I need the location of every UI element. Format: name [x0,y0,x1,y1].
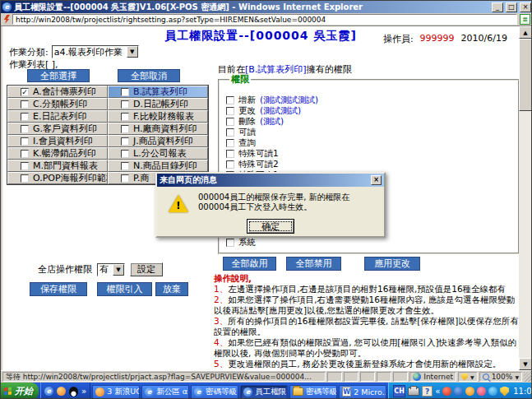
work-item[interactable]: M.部門資料報表 [7,160,108,172]
chevron-down-icon[interactable]: ▼ [470,374,474,380]
language-indicator[interactable]: CH [393,385,405,397]
scrollbar-thumb[interactable] [519,39,532,111]
close-icon[interactable]: × [520,2,531,12]
minimize-icon[interactable]: _ [492,2,503,12]
checkbox[interactable] [226,150,234,158]
save-permission-button[interactable]: 保存權限 [30,282,87,296]
checkbox[interactable] [121,88,129,96]
checkbox[interactable] [21,162,29,170]
permission-item-system[interactable]: 系統 [226,238,256,247]
checkbox[interactable] [226,239,234,247]
checkbox[interactable] [226,128,234,137]
checkbox[interactable] [121,113,129,121]
taskbar-window-sinauc[interactable]: 3 新浪UC ▼ [92,385,140,399]
protected-mode-panel[interactable]: ▼ [458,372,478,382]
work-item[interactable]: K.暢滯銷品列印 [7,147,108,160]
permission-item[interactable]: 查詢 [226,138,518,147]
ie-icon[interactable]: e [44,387,53,396]
ok-button[interactable]: 确定 [247,219,294,234]
zoom-panel[interactable]: 100% ▼ [479,372,522,382]
checkbox[interactable] [121,162,129,170]
close-icon[interactable]: × [371,175,382,185]
cancel-all-button[interactable]: 全部取消 [118,69,180,82]
printer-icon[interactable] [408,387,419,396]
permission-item[interactable]: 特殊可讀2 [226,160,518,169]
work-item[interactable]: F.比較財務報表 [108,110,208,123]
globe-icon[interactable] [454,387,463,396]
work-item[interactable]: H.廠商資料列印 [108,123,208,135]
checkbox[interactable] [121,174,129,183]
chevron-down-icon[interactable]: ▼ [127,46,138,58]
collapse-chevron-icon[interactable]: « [435,387,440,396]
work-item[interactable]: G.客戶資料列印 [7,123,108,135]
qq-icon[interactable] [69,387,78,397]
warning-icon [169,195,188,212]
disable-all-button[interactable]: 全部禁用 [286,257,341,271]
work-item[interactable]: B.試算表列印 [108,86,208,98]
page-icon[interactable]: ≣ [520,14,530,25]
im-icon[interactable] [488,387,497,396]
messenger-icon[interactable] [57,387,66,396]
qq-icon[interactable] [442,387,451,396]
permission-item[interactable]: 特殊可讀1 [226,149,518,158]
scrollbar[interactable]: ▲ ▼ [519,26,532,370]
star-icon[interactable] [465,387,474,396]
chevron-down-icon[interactable]: ▼ [515,374,519,380]
checkbox[interactable] [226,107,234,115]
task-label: 3 新浪UC [107,387,140,397]
checkbox[interactable] [21,150,29,158]
work-item[interactable]: I.會員資料列印 [7,135,108,147]
checkbox[interactable] [21,137,29,146]
checkbox[interactable]: ✓ [21,88,29,96]
help-icon[interactable]: ? [422,386,433,397]
permission-item[interactable]: 刪除(測試) [226,117,518,126]
work-item[interactable]: ✓A.會計傳票列印 [7,86,108,98]
taskbar-window-word[interactable]: W 2 Micro... ▼ [339,385,386,399]
start-button[interactable]: 开始 [1,383,39,399]
checkbox[interactable] [226,118,234,126]
permission-item[interactable]: 增新(測試測試測試) [226,95,518,104]
select-all-button[interactable]: 全部選擇 [27,69,90,82]
work-item[interactable]: O.POP海報列印範本 [7,172,108,184]
scroll-down-icon[interactable]: ▼ [519,358,532,370]
checkbox[interactable] [121,137,129,146]
work-item-label: L.分公司報表 [133,147,187,160]
maximize-icon[interactable]: □ [506,2,517,12]
checkbox[interactable] [121,125,129,133]
checkbox[interactable] [21,100,29,109]
checkbox[interactable] [226,96,234,104]
discard-button[interactable]: 放棄 [155,282,188,296]
store-permission-select[interactable]: 有 ▼ [97,263,125,276]
category-select[interactable]: a4.報表列印作業 ▼ [52,45,139,58]
overflow-chevron-icon[interactable]: » [81,387,86,396]
security-shield-icon[interactable] [500,387,509,397]
import-permission-button[interactable]: 權限引入 [97,282,152,296]
work-item[interactable]: J.商品資料列印 [108,135,208,147]
taskbar-window-ie2[interactable]: e 密碼等級... [191,385,238,399]
chevron-down-icon[interactable]: ▼ [113,264,124,276]
permission-item[interactable]: 可讀 [226,128,518,137]
checkbox[interactable] [226,139,234,147]
checkbox[interactable] [21,174,29,183]
checkbox[interactable] [21,113,29,121]
work-item[interactable]: D.日記帳列印 [108,98,208,110]
enable-all-button[interactable]: 全部啟用 [223,257,276,271]
work-item[interactable]: C.分類帳列印 [7,98,108,110]
work-item[interactable]: N.商品目錄列印 [108,160,208,172]
checkbox[interactable] [21,125,29,133]
taskbar-window-ie1[interactable]: e 新公區 α... [141,385,189,399]
apply-changes-button[interactable]: 應用更改 [364,257,420,271]
url-input[interactable]: http://win2008/tw/projectlist/rightsetti… [12,14,517,25]
taskbar-window-folder[interactable]: 密碼等級... [289,385,337,399]
scroll-up-icon[interactable]: ▲ [519,26,532,39]
penguin-icon[interactable] [477,387,486,396]
work-item[interactable]: L.分公司報表 [108,147,208,160]
checkbox[interactable] [121,150,129,158]
checkbox[interactable] [121,100,129,109]
resize-grip[interactable] [524,372,531,382]
set-button[interactable]: 設定 [130,262,163,276]
permission-item[interactable]: 更改(測試測試) [226,106,518,115]
checkbox[interactable] [226,160,234,169]
taskbar-window-current[interactable]: e 員工權限... [240,385,288,399]
work-item[interactable]: E.日記表列印 [7,110,108,123]
